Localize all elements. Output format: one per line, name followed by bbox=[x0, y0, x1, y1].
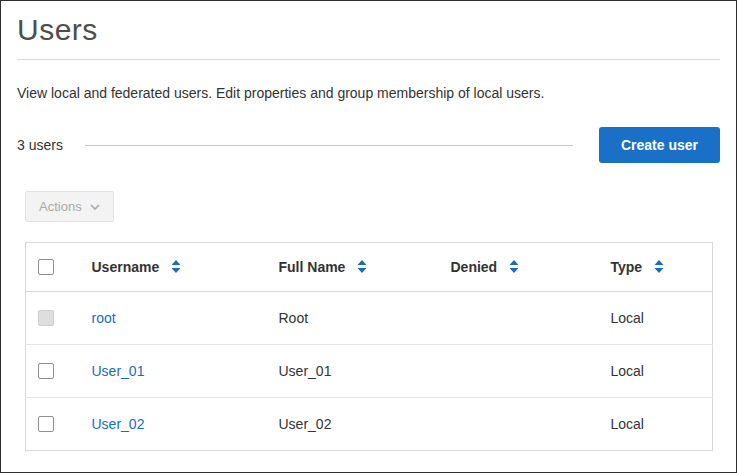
user-count-label: 3 users bbox=[17, 137, 63, 153]
checkbox-cell bbox=[26, 345, 80, 398]
row-checkbox[interactable] bbox=[38, 416, 54, 432]
type-cell: Local bbox=[599, 292, 713, 345]
denied-cell bbox=[439, 292, 599, 345]
count-row: 3 users Create user bbox=[17, 127, 720, 163]
page-content: Users View local and federated users. Ed… bbox=[1, 1, 736, 451]
column-label: Full Name bbox=[279, 259, 346, 275]
users-table: Username Full Name Denied Type bbox=[25, 242, 713, 451]
select-all-cell bbox=[26, 243, 80, 292]
sort-arrows-icon[interactable] bbox=[653, 259, 665, 274]
horizontal-divider bbox=[85, 145, 573, 146]
username-cell: User_02 bbox=[80, 398, 267, 451]
sort-arrows-icon[interactable] bbox=[356, 259, 368, 274]
username-link[interactable]: root bbox=[92, 310, 116, 326]
table-row: User_02 User_02 Local bbox=[26, 398, 713, 451]
username-link[interactable]: User_01 bbox=[92, 363, 145, 379]
page-description: View local and federated users. Edit pro… bbox=[17, 85, 720, 101]
fullname-cell: User_02 bbox=[267, 398, 439, 451]
type-cell: Local bbox=[599, 398, 713, 451]
column-label: Denied bbox=[451, 259, 498, 275]
actions-dropdown-button[interactable]: Actions bbox=[25, 191, 114, 222]
checkbox-cell bbox=[26, 398, 80, 451]
denied-cell bbox=[439, 345, 599, 398]
sort-arrows-icon[interactable] bbox=[170, 259, 182, 274]
type-cell: Local bbox=[599, 345, 713, 398]
column-header-username: Username bbox=[80, 243, 267, 292]
checkbox-cell bbox=[26, 292, 80, 345]
fullname-cell: User_01 bbox=[267, 345, 439, 398]
column-header-fullname: Full Name bbox=[267, 243, 439, 292]
chevron-down-icon bbox=[90, 204, 100, 210]
fullname-cell: Root bbox=[267, 292, 439, 345]
title-divider bbox=[17, 59, 720, 60]
denied-cell bbox=[439, 398, 599, 451]
actions-label: Actions bbox=[39, 199, 82, 214]
username-cell: User_01 bbox=[80, 345, 267, 398]
sort-arrows-icon[interactable] bbox=[508, 259, 520, 274]
column-header-type: Type bbox=[599, 243, 713, 292]
username-cell: root bbox=[80, 292, 267, 345]
users-page: Users View local and federated users. Ed… bbox=[0, 0, 737, 473]
username-link[interactable]: User_02 bbox=[92, 416, 145, 432]
table-header-row: Username Full Name Denied Type bbox=[26, 243, 713, 292]
select-all-checkbox[interactable] bbox=[38, 259, 54, 275]
column-label: Username bbox=[92, 259, 160, 275]
create-user-button[interactable]: Create user bbox=[599, 127, 720, 163]
table-row: root Root Local bbox=[26, 292, 713, 345]
column-label: Type bbox=[611, 259, 643, 275]
row-checkbox bbox=[38, 310, 54, 326]
table-row: User_01 User_01 Local bbox=[26, 345, 713, 398]
page-title: Users bbox=[17, 13, 720, 47]
row-checkbox[interactable] bbox=[38, 363, 54, 379]
column-header-denied: Denied bbox=[439, 243, 599, 292]
